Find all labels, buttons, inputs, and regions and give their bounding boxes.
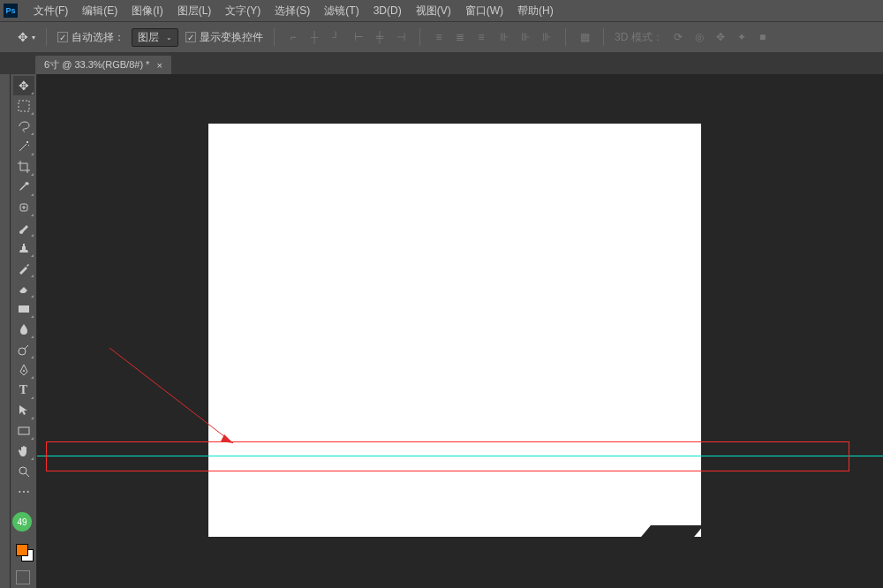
history-brush-tool[interactable] <box>13 259 34 278</box>
checkbox-icon <box>57 32 68 42</box>
align-group-vertical: ⌐ ┼ ┘ <box>285 29 343 45</box>
tools-panel: ✥ T ⋯ 49 <box>11 74 37 588</box>
options-bar: ✥ ▾ 自动选择： 图层 ⌄ 显示变换控件 ⌐ ┼ ┘ ⊢ ╪ ⊣ ≡ ≣ ≡ … <box>0 21 883 53</box>
chevron-down-icon: ⌄ <box>166 34 172 41</box>
slide-icon[interactable]: ✦ <box>734 29 750 45</box>
sync-badge[interactable]: 49 <box>12 512 32 531</box>
align-hcenter-icon[interactable]: ╪ <box>372 29 388 45</box>
show-transform-label: 显示变换控件 <box>200 30 263 45</box>
menu-help[interactable]: 帮助(H) <box>510 4 561 19</box>
orbit-icon[interactable]: ⟳ <box>670 29 686 45</box>
menu-image[interactable]: 图像(I) <box>125 4 170 19</box>
distribute-left-icon[interactable]: ⊪ <box>496 29 512 45</box>
zoom-icon[interactable]: ■ <box>755 29 771 45</box>
document-tab[interactable]: 6寸 @ 33.3%(RGB/8#) * × <box>35 56 171 74</box>
blur-tool[interactable] <box>13 320 34 339</box>
distribute-group-v: ≡ ≣ ≡ <box>431 29 489 45</box>
distribute-bottom-icon[interactable]: ≡ <box>473 29 489 45</box>
auto-align-group: ▦ <box>577 29 592 45</box>
pan-icon[interactable]: ✥ <box>713 29 728 45</box>
menu-bar: Ps 文件(F) 编辑(E) 图像(I) 图层(L) 文字(Y) 选择(S) 滤… <box>0 0 883 21</box>
menu-filter[interactable]: 滤镜(T) <box>317 4 366 19</box>
move-tool-icon: ✥ <box>18 30 28 44</box>
threed-mode-label: 3D 模式： <box>615 30 663 45</box>
clone-stamp-tool[interactable] <box>13 238 34 258</box>
magic-wand-tool[interactable] <box>13 137 34 156</box>
document-tab-title: 6寸 @ 33.3%(RGB/8#) * <box>44 58 149 72</box>
menu-file[interactable]: 文件(F) <box>26 4 75 19</box>
distribute-top-icon[interactable]: ≡ <box>431 29 447 45</box>
path-selection-tool[interactable] <box>13 401 34 420</box>
distribute-right-icon[interactable]: ⊪ <box>539 29 555 45</box>
svg-rect-5 <box>19 427 29 434</box>
menu-layer[interactable]: 图层(L) <box>170 4 219 19</box>
tool-preset[interactable]: ✥ ▾ <box>18 30 35 44</box>
align-vcenter-icon[interactable]: ┼ <box>306 29 322 45</box>
healing-brush-tool[interactable] <box>13 198 34 217</box>
foreground-color-swatch[interactable] <box>16 544 28 556</box>
hand-tool[interactable] <box>13 441 34 461</box>
auto-select-target-dropdown[interactable]: 图层 ⌄ <box>132 28 178 47</box>
menu-window[interactable]: 窗口(W) <box>458 4 510 19</box>
gradient-tool[interactable] <box>13 299 34 319</box>
menu-type[interactable]: 文字(Y) <box>218 4 268 19</box>
svg-point-3 <box>19 348 26 355</box>
distribute-group-h: ⊪ ⊪ ⊪ <box>496 29 555 45</box>
separator <box>274 28 275 46</box>
separator <box>419 28 420 46</box>
quick-mask-toggle[interactable] <box>16 570 30 584</box>
main-area: ✥ T ⋯ 49 <box>0 74 883 588</box>
separator <box>603 28 604 46</box>
menu-edit[interactable]: 编辑(E) <box>75 4 125 19</box>
menu-view[interactable]: 视图(V) <box>409 4 458 19</box>
separator <box>46 28 47 46</box>
align-right-icon[interactable]: ⊣ <box>393 29 409 45</box>
close-tab-icon[interactable]: × <box>156 60 162 71</box>
roll-icon[interactable]: ◎ <box>691 29 707 45</box>
dodge-tool[interactable] <box>13 340 34 359</box>
edit-toolbar[interactable]: ⋯ <box>13 482 34 501</box>
svg-point-4 <box>23 370 25 372</box>
align-left-icon[interactable]: ⊢ <box>351 29 366 45</box>
auto-select-checkbox[interactable]: 自动选择： <box>57 30 125 45</box>
menu-3d[interactable]: 3D(D) <box>366 4 409 17</box>
checkbox-icon <box>185 32 196 42</box>
canvas-area <box>37 74 883 588</box>
auto-select-label: 自动选择： <box>72 30 125 45</box>
chevron-down-icon: ▾ <box>32 34 35 41</box>
align-group-horizontal: ⊢ ╪ ⊣ <box>351 29 409 45</box>
toolbar-gutter <box>0 74 11 588</box>
menu-select[interactable]: 选择(S) <box>268 4 317 19</box>
auto-align-icon[interactable]: ▦ <box>577 29 592 45</box>
separator <box>565 28 566 46</box>
eraser-tool[interactable] <box>13 279 34 298</box>
eyedropper-tool[interactable] <box>13 177 34 197</box>
svg-rect-0 <box>19 101 29 111</box>
crop-tool[interactable] <box>13 157 34 177</box>
marquee-tool[interactable] <box>13 96 34 116</box>
show-transform-checkbox[interactable]: 显示变换控件 <box>185 30 263 45</box>
svg-rect-2 <box>19 305 29 313</box>
move-tool[interactable]: ✥ <box>13 76 34 95</box>
align-bottom-icon[interactable]: ┘ <box>328 29 343 45</box>
svg-point-6 <box>19 467 26 474</box>
canvas-page-curl <box>638 525 704 541</box>
distribute-hcenter-icon[interactable]: ⊪ <box>517 29 533 45</box>
threed-mode-icons: ⟳ ◎ ✥ ✦ ■ <box>670 29 771 45</box>
type-tool[interactable]: T <box>13 381 34 400</box>
align-top-icon[interactable]: ⌐ <box>285 29 301 45</box>
annotation-rectangle <box>46 441 849 471</box>
lasso-tool[interactable] <box>13 117 34 136</box>
color-swatches[interactable] <box>16 544 34 562</box>
auto-select-target-value: 图层 <box>138 30 159 45</box>
document-tab-bar: 6寸 @ 33.3%(RGB/8#) * × <box>0 53 883 74</box>
app-icon: Ps <box>4 4 18 18</box>
zoom-tool[interactable] <box>13 462 34 481</box>
pen-tool[interactable] <box>13 360 34 380</box>
rectangle-tool[interactable] <box>13 421 34 441</box>
document-canvas[interactable] <box>208 124 701 537</box>
distribute-vcenter-icon[interactable]: ≣ <box>452 29 468 45</box>
workspace[interactable] <box>37 74 883 588</box>
brush-tool[interactable] <box>13 218 34 237</box>
